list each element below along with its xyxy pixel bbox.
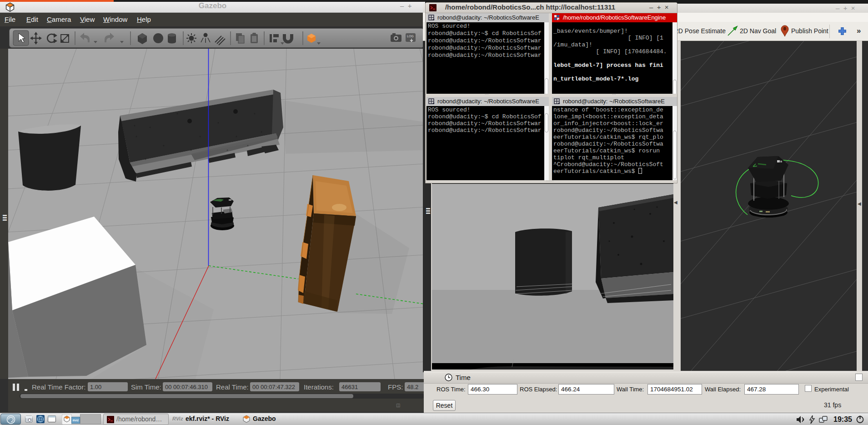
svg-text:LOG: LOG: [407, 35, 414, 38]
